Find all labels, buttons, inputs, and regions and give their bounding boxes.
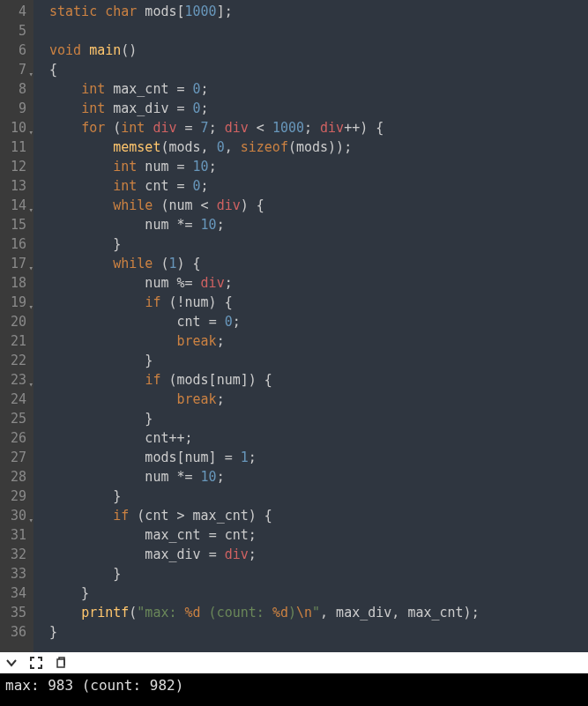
code-line: break; [49, 390, 588, 409]
line-number: 34 [4, 583, 26, 603]
line-number: 6 [4, 41, 26, 60]
line-number: 15 [4, 215, 26, 234]
line-number: 4 [4, 2, 26, 21]
line-number: 10 [4, 118, 26, 137]
code-line: void main() [49, 41, 588, 60]
code-line: num *= 10; [49, 215, 588, 234]
code-line: while (1) { [49, 254, 588, 273]
code-line: if (cnt > max_cnt) { [49, 506, 588, 525]
line-number: 18 [4, 273, 26, 293]
code-editor[interactable]: 4567891011121314151617181920212223242526… [0, 0, 588, 652]
line-number: 19 [4, 293, 26, 312]
copy-icon[interactable] [55, 657, 67, 669]
code-line: max_cnt = cnt; [49, 525, 588, 545]
line-number: 21 [4, 331, 26, 351]
line-number: 7 [4, 60, 26, 79]
line-number: 20 [4, 312, 26, 331]
line-number: 28 [4, 467, 26, 487]
code-line: int max_div = 0; [49, 99, 588, 118]
line-number: 5 [4, 21, 26, 41]
code-line: for (int div = 7; div < 1000; div++) { [49, 118, 588, 137]
code-line: mods[num] = 1; [49, 448, 588, 467]
code-line: max_div = div; [49, 545, 588, 564]
code-line: } [49, 564, 588, 583]
line-number: 24 [4, 390, 26, 409]
line-number: 32 [4, 545, 26, 564]
code-line: while (num < div) { [49, 196, 588, 215]
line-number: 30 [4, 506, 26, 525]
line-number: 13 [4, 176, 26, 196]
output-toolbar [0, 652, 588, 673]
code-line: } [49, 622, 588, 642]
line-number: 23 [4, 370, 26, 390]
line-number: 36 [4, 622, 26, 642]
line-number: 8 [4, 79, 26, 99]
code-line: num %= div; [49, 273, 588, 293]
line-number: 16 [4, 234, 26, 254]
code-line: } [49, 234, 588, 254]
line-number: 9 [4, 99, 26, 118]
svg-rect-0 [57, 659, 64, 667]
console-text: max: 983 (count: 982) [5, 677, 183, 694]
code-line: { [49, 60, 588, 79]
line-number: 29 [4, 487, 26, 506]
code-line [49, 21, 588, 41]
code-line: } [49, 583, 588, 603]
code-line: break; [49, 331, 588, 351]
code-line: memset(mods, 0, sizeof(mods)); [49, 137, 588, 157]
fullscreen-icon[interactable] [30, 657, 42, 669]
code-line: cnt = 0; [49, 312, 588, 331]
line-number: 12 [4, 157, 26, 176]
code-line: num *= 10; [49, 467, 588, 487]
code-line: int cnt = 0; [49, 176, 588, 196]
line-number: 14 [4, 196, 26, 215]
code-line: cnt++; [49, 428, 588, 448]
code-line: } [49, 487, 588, 506]
code-line: static char mods[1000]; [49, 2, 588, 21]
line-number: 22 [4, 351, 26, 370]
line-number: 25 [4, 409, 26, 428]
line-number: 27 [4, 448, 26, 467]
line-number: 35 [4, 603, 26, 622]
code-line: int num = 10; [49, 157, 588, 176]
line-number: 26 [4, 428, 26, 448]
line-number: 17 [4, 254, 26, 273]
code-line: if (!num) { [49, 293, 588, 312]
code-line: if (mods[num]) { [49, 370, 588, 390]
line-number: 31 [4, 525, 26, 545]
code-line: int max_cnt = 0; [49, 79, 588, 99]
code-line: printf("max: %d (count: %d)\n", max_div,… [49, 603, 588, 622]
console-output: max: 983 (count: 982) [0, 673, 588, 706]
line-number: 11 [4, 137, 26, 157]
chevron-down-icon[interactable] [5, 657, 18, 669]
code-line: } [49, 351, 588, 370]
line-number: 33 [4, 564, 26, 583]
line-number-gutter: 4567891011121314151617181920212223242526… [0, 0, 33, 652]
code-line: } [49, 409, 588, 428]
code-area[interactable]: static char mods[1000];void main(){ int … [33, 0, 588, 652]
